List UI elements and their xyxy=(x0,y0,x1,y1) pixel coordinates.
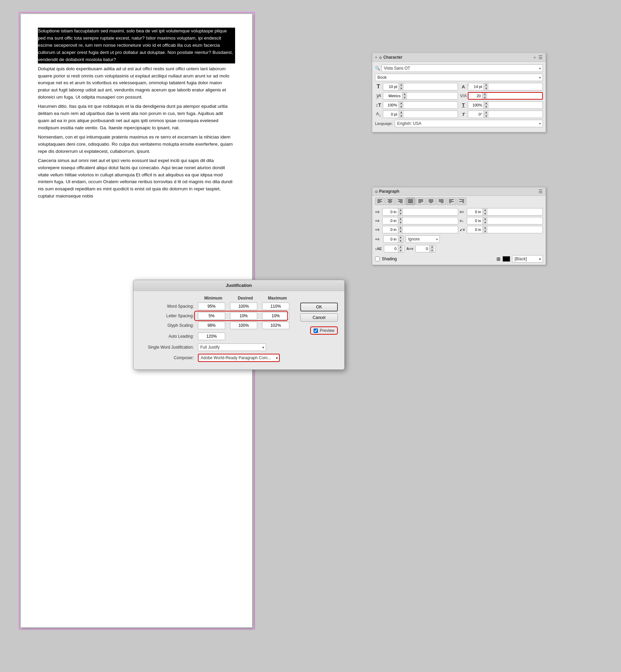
baseline-input[interactable] xyxy=(383,112,399,117)
align-away-spine-btn[interactable] xyxy=(457,198,466,205)
font-size-input[interactable] xyxy=(383,84,399,89)
align-justify-full-btn[interactable] xyxy=(406,198,415,205)
align-center-btn[interactable] xyxy=(385,198,395,205)
vert-scale-down[interactable]: ▼ xyxy=(399,105,404,109)
right-indent-spinner[interactable]: ▲ ▼ xyxy=(467,208,543,216)
kerning-down[interactable]: ▼ xyxy=(402,96,407,100)
left-indent-down[interactable]: ▼ xyxy=(398,212,403,216)
space-after-up[interactable]: ▲ xyxy=(483,217,488,221)
space-before-input[interactable] xyxy=(382,218,398,223)
font-size-spinner[interactable]: ▲ ▼ xyxy=(383,83,458,90)
baseline-grid-input[interactable] xyxy=(384,246,398,251)
space-after-input[interactable] xyxy=(467,218,482,223)
tracking-spinner[interactable]: ▲ ▼ xyxy=(468,92,543,100)
align-justify-center-btn[interactable] xyxy=(426,198,436,205)
paragraph-panel-menu-icon[interactable]: ☰ xyxy=(538,189,543,194)
space-after-spinner[interactable]: ▲ ▼ xyxy=(467,217,543,224)
baseline-down[interactable]: ▼ xyxy=(399,114,404,118)
nested-styles-down[interactable]: ▼ xyxy=(430,249,434,252)
drop-cap-chars-spinner[interactable]: ▲ ▼ xyxy=(467,226,543,233)
baseline-grid-up[interactable]: ▲ xyxy=(398,245,403,249)
preview-checkbox[interactable] xyxy=(314,328,318,333)
word-spacing-max-input[interactable] xyxy=(262,303,289,310)
word-spacing-min-input[interactable] xyxy=(198,303,225,310)
word-spacing-desired-input[interactable] xyxy=(230,303,257,310)
baseline-grid-down[interactable]: ▼ xyxy=(398,249,403,252)
left-indent-input[interactable] xyxy=(382,209,398,215)
baseline-up[interactable]: ▲ xyxy=(399,111,404,114)
drop-cap-chars-up[interactable]: ▲ xyxy=(483,226,488,230)
vert-scale-spinner[interactable]: ▲ ▼ xyxy=(383,101,458,109)
letter-spacing-desired-input[interactable] xyxy=(230,312,257,320)
align-justify-right-btn[interactable] xyxy=(436,198,446,205)
skew-spinner[interactable]: ▲ ▼ xyxy=(468,111,543,118)
glyph-scaling-desired-input[interactable] xyxy=(230,322,257,329)
drop-cap-lines-up[interactable]: ▲ xyxy=(398,226,403,230)
horiz-scale-down[interactable]: ▼ xyxy=(484,105,489,109)
space-after-down[interactable]: ▼ xyxy=(483,221,488,224)
drop-cap-chars-down[interactable]: ▼ xyxy=(483,230,488,233)
hyphenation-down[interactable]: ▼ xyxy=(398,239,403,243)
tracking-up[interactable]: ▲ xyxy=(482,92,487,96)
single-word-select[interactable]: Full Justify xyxy=(198,344,266,351)
right-indent-input[interactable] xyxy=(467,209,482,215)
leading-spinner[interactable]: ▲ ▼ xyxy=(468,83,543,90)
space-before-up[interactable]: ▲ xyxy=(398,217,403,221)
tracking-input[interactable] xyxy=(468,93,482,99)
drop-cap-lines-down[interactable]: ▼ xyxy=(398,230,403,233)
kerning-spinner[interactable]: ▲ ▼ xyxy=(383,92,458,100)
leading-down[interactable]: ▼ xyxy=(484,87,489,90)
space-before-spinner[interactable]: ▲ ▼ xyxy=(382,217,458,224)
horiz-scale-input[interactable] xyxy=(468,102,483,108)
left-indent-up[interactable]: ▲ xyxy=(398,208,403,212)
right-indent-up[interactable]: ▲ xyxy=(483,208,488,212)
skew-input[interactable] xyxy=(468,112,483,117)
skew-up[interactable]: ▲ xyxy=(484,111,489,114)
hyphenation-up[interactable]: ▲ xyxy=(398,235,403,239)
left-indent-spinner[interactable]: ▲ ▼ xyxy=(382,208,458,216)
ok-button[interactable]: OK xyxy=(300,303,338,311)
align-justify-left-btn[interactable] xyxy=(416,198,425,205)
horiz-scale-up[interactable]: ▲ xyxy=(484,101,489,105)
nested-styles-up[interactable]: ▲ xyxy=(430,245,434,249)
right-indent-down[interactable]: ▼ xyxy=(483,212,488,216)
glyph-scaling-max-input[interactable] xyxy=(262,322,289,329)
letter-spacing-max-input[interactable] xyxy=(262,312,289,320)
shading-color-select[interactable]: [Black] xyxy=(512,255,543,263)
language-select[interactable]: English: USA xyxy=(395,120,543,127)
font-style-select[interactable]: Book xyxy=(375,74,543,81)
leading-up[interactable]: ▲ xyxy=(484,83,489,87)
panel-close-icon[interactable]: × xyxy=(375,55,377,59)
font-size-down[interactable]: ▼ xyxy=(399,87,404,90)
ignore-select[interactable]: Ignore xyxy=(406,235,440,243)
kerning-up[interactable]: ▲ xyxy=(402,92,407,96)
horiz-scale-spinner[interactable]: ▲ ▼ xyxy=(468,101,543,109)
composer-select[interactable]: Adobe World-Ready Paragraph Com... xyxy=(198,354,280,362)
align-toward-spine-btn[interactable] xyxy=(447,198,456,205)
hyphenation-input[interactable] xyxy=(384,236,398,242)
font-size-up[interactable]: ▲ xyxy=(399,83,404,87)
space-before-down[interactable]: ▼ xyxy=(398,221,403,224)
kerning-input[interactable] xyxy=(383,93,402,99)
nested-styles-spinner[interactable]: ▲ ▼ xyxy=(415,245,436,252)
baseline-grid-spinner[interactable]: ▲ ▼ xyxy=(384,245,404,252)
panel-collapse-icon[interactable]: « xyxy=(534,55,536,59)
align-left-btn[interactable] xyxy=(375,198,385,205)
nested-styles-input[interactable] xyxy=(416,246,429,251)
glyph-scaling-min-input[interactable] xyxy=(198,322,225,329)
align-right-btn[interactable] xyxy=(395,198,405,205)
tracking-down[interactable]: ▼ xyxy=(482,96,487,100)
panel-menu-icon[interactable]: ☰ xyxy=(538,55,543,60)
drop-cap-lines-spinner[interactable]: ▲ ▼ xyxy=(382,226,458,233)
leading-input[interactable] xyxy=(468,84,483,89)
drop-cap-lines-input[interactable] xyxy=(382,227,398,232)
skew-down[interactable]: ▼ xyxy=(484,114,489,118)
auto-leading-input[interactable] xyxy=(198,333,225,340)
shading-checkbox[interactable] xyxy=(375,257,380,261)
letter-spacing-min-input[interactable] xyxy=(198,312,225,320)
vert-scale-input[interactable] xyxy=(383,102,399,108)
drop-cap-chars-input[interactable] xyxy=(467,227,482,232)
font-family-select[interactable]: Vista Sans OT xyxy=(381,64,543,72)
cancel-button[interactable]: Cancel xyxy=(300,313,338,322)
vert-scale-up[interactable]: ▲ xyxy=(399,101,404,105)
